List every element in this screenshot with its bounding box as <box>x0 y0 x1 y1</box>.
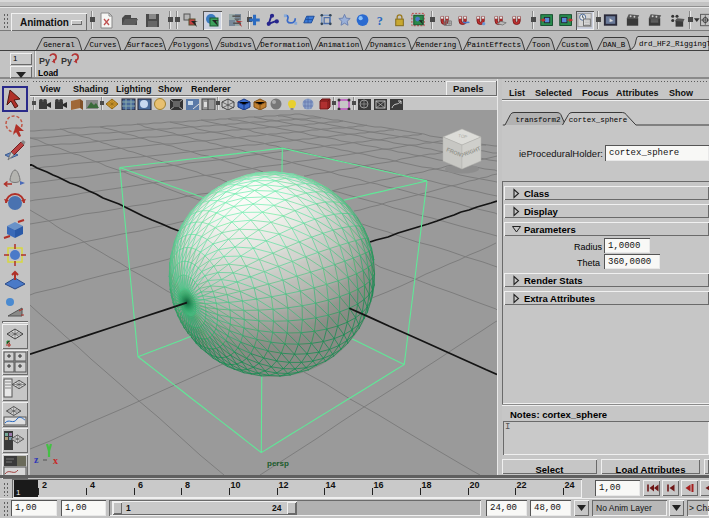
svg-text:Surfaces: Surfaces <box>127 41 163 49</box>
svg-text:DAN_B: DAN_B <box>603 41 626 49</box>
svg-text:Polygons: Polygons <box>173 41 209 49</box>
svg-text:?: ? <box>377 14 383 28</box>
svg-text:PaintEffects: PaintEffects <box>467 41 521 49</box>
svg-text:x: x <box>53 455 58 466</box>
svg-text:Animation: Animation <box>319 41 360 49</box>
svg-text:drd_HF2_RiggingToo: drd_HF2_RiggingToo <box>639 40 709 48</box>
svg-text:Py: Py <box>61 56 72 66</box>
svg-text:Dynamics: Dynamics <box>370 41 406 49</box>
svg-text:General: General <box>43 41 75 49</box>
svg-text:Curves: Curves <box>89 41 116 49</box>
svg-text:cortex_sphere: cortex_sphere <box>569 116 628 124</box>
svg-text:Subdivs: Subdivs <box>220 41 252 49</box>
svg-text:Toon: Toon <box>532 41 550 49</box>
svg-text:Rendering: Rendering <box>416 41 457 49</box>
svg-text:Custom: Custom <box>561 41 589 49</box>
svg-text:Deformation: Deformation <box>260 41 310 49</box>
svg-text:z: z <box>34 454 39 465</box>
svg-text:Py: Py <box>39 56 50 66</box>
svg-text:transform2: transform2 <box>515 116 560 124</box>
